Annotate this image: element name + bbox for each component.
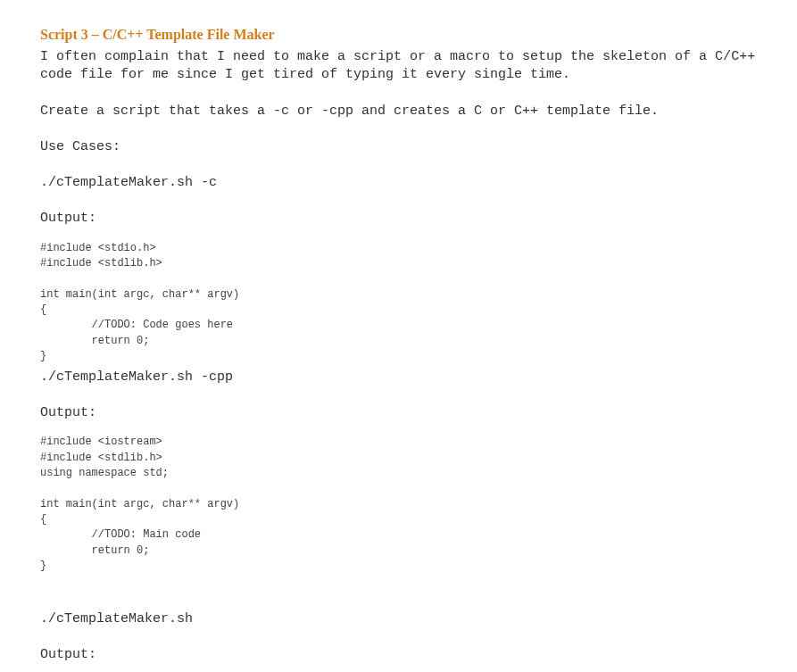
example1-output-label: Output: xyxy=(40,210,757,228)
example2-output-label: Output: xyxy=(40,404,757,422)
example3-output-label: Output: xyxy=(40,646,757,664)
example2-command: ./cTemplateMaker.sh -cpp xyxy=(40,369,757,386)
example3-command: ./cTemplateMaker.sh xyxy=(40,610,757,628)
task-paragraph: Create a script that takes a -c or -cpp … xyxy=(40,103,757,120)
intro-paragraph: I often complain that I need to make a s… xyxy=(40,48,757,85)
use-cases-label: Use Cases: xyxy=(40,138,757,156)
spacer xyxy=(40,578,757,610)
example1-code: #include <stdio.h> #include <stdlib.h> i… xyxy=(40,241,757,365)
example2-code: #include <iostream> #include <stdlib.h> … xyxy=(40,435,757,575)
example1-command: ./cTemplateMaker.sh -c xyxy=(40,174,757,192)
section-heading: Script 3 – C/C++ Template File Maker xyxy=(40,27,757,43)
